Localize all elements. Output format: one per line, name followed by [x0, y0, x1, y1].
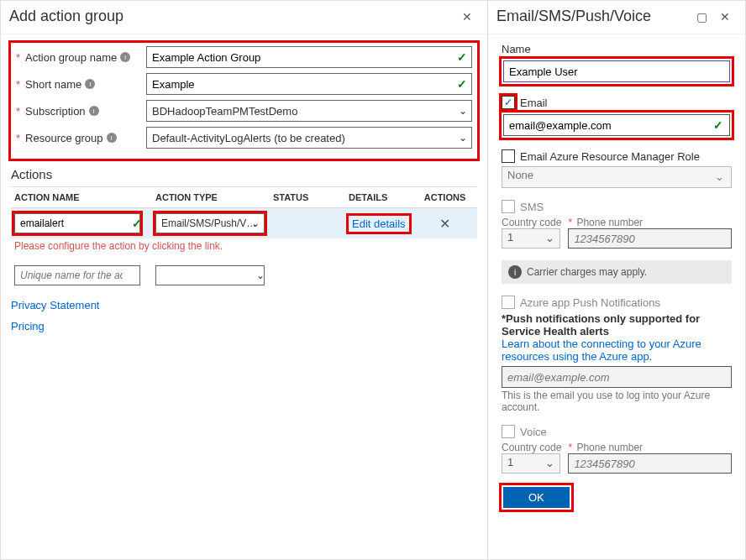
row-subscription: *Subscription i BDHadoopTeamPMTestDemo ⌄: [16, 100, 472, 122]
left-title: Add action group: [9, 8, 452, 25]
arm-role-select[interactable]: None ⌄: [502, 166, 732, 188]
label-action-group-name: Action group name: [25, 51, 117, 64]
chevron-down-icon: ⌄: [545, 457, 554, 469]
push-section: Azure app Push Notifications *Push notif…: [502, 296, 732, 413]
remove-action-icon[interactable]: ✕: [416, 216, 474, 232]
email-label: Email: [520, 97, 548, 109]
row-action-group-name: *Action group name i ✓: [16, 46, 472, 68]
privacy-link[interactable]: Privacy Statement: [11, 299, 477, 311]
action-type-select[interactable]: Email/SMS/Push/V…: [155, 213, 265, 233]
col-details: DETAILS: [349, 192, 416, 202]
right-title: Email/SMS/Push/Voice: [496, 8, 686, 25]
action-error-text: Please configure the action by clicking …: [14, 240, 477, 252]
info-icon: i: [508, 265, 522, 279]
resource-group-select[interactable]: Default-ActivityLogAlerts (to be created…: [146, 127, 472, 149]
app-root: Add action group ✕ *Action group name i …: [0, 0, 746, 560]
col-name: ACTION NAME: [14, 192, 149, 202]
push-hint: This is the email you use to log into yo…: [502, 390, 732, 413]
carrier-note: i Carrier charges may apply.: [502, 260, 732, 284]
chevron-down-icon: ⌄: [545, 232, 554, 244]
left-body: *Action group name i ✓ *Short name i ✓ *…: [1, 34, 487, 341]
sms-country-select[interactable]: 1⌄: [502, 228, 560, 249]
close-icon[interactable]: ✕: [717, 8, 733, 25]
push-checkbox[interactable]: [502, 296, 515, 309]
sms-checkbox[interactable]: [502, 200, 515, 213]
new-action-name-input[interactable]: [14, 265, 140, 285]
info-icon[interactable]: i: [89, 106, 99, 116]
row-resource-group: *Resource group i Default-ActivityLogAle…: [16, 127, 472, 149]
sms-phone-label: Phone number: [576, 217, 643, 228]
edit-details-link[interactable]: Edit details: [349, 216, 409, 232]
sms-phone-input[interactable]: [568, 228, 732, 249]
action-group-name-input[interactable]: [146, 46, 472, 68]
push-learn-link[interactable]: Learn about the connecting to your Azure…: [502, 338, 732, 363]
info-icon[interactable]: i: [120, 52, 130, 62]
right-header: Email/SMS/Push/Voice ▢ ✕: [488, 1, 745, 34]
sms-section: SMS Country code 1⌄ * Phone number: [502, 200, 732, 249]
label-short-name: Short name: [25, 78, 81, 91]
actions-table: ACTION NAME ACTION TYPE STATUS DETAILS A…: [11, 186, 477, 290]
email-section: ✓ Email ✓: [502, 96, 732, 138]
action-type-value: Email/SMS/Push/V…: [161, 217, 256, 229]
actions-table-header: ACTION NAME ACTION TYPE STATUS DETAILS A…: [11, 186, 477, 208]
row-short-name: *Short name i ✓: [16, 73, 472, 95]
subscription-select[interactable]: BDHadoopTeamPMTestDemo: [146, 100, 472, 122]
new-action-type-select[interactable]: [155, 265, 265, 285]
action-name-input[interactable]: [14, 213, 140, 233]
arm-role-label: Email Azure Resource Manager Role: [520, 150, 700, 163]
arm-role-checkbox[interactable]: [502, 149, 515, 163]
voice-section: Voice Country code 1⌄ * Phone number: [502, 425, 732, 474]
right-body: Name ✓ Email ✓ Email Azure Resourc: [488, 34, 745, 523]
resource-group-value: Default-ActivityLogAlerts (to be created…: [152, 132, 345, 144]
sms-country-label: Country code: [502, 217, 561, 228]
add-action-group-pane: Add action group ✕ *Action group name i …: [1, 1, 488, 559]
name-input[interactable]: [503, 60, 730, 82]
voice-country-select[interactable]: 1⌄: [502, 453, 560, 474]
voice-country-label: Country code: [502, 442, 561, 453]
action-row-new: ⌄: [11, 260, 477, 290]
subscription-value: BDHadoopTeamPMTestDemo: [152, 105, 297, 118]
name-label: Name: [502, 43, 732, 55]
label-resource-group: Resource group: [25, 132, 103, 144]
voice-checkbox[interactable]: [502, 425, 515, 438]
left-header: Add action group ✕: [1, 1, 487, 34]
col-status: STATUS: [273, 192, 349, 202]
email-checkbox[interactable]: ✓: [502, 96, 515, 109]
close-icon[interactable]: ✕: [459, 8, 475, 25]
chevron-down-icon: ⌄: [715, 170, 724, 183]
ok-button[interactable]: OK: [503, 487, 570, 508]
push-email-input[interactable]: [502, 366, 732, 388]
email-sms-push-voice-pane: Email/SMS/Push/Voice ▢ ✕ Name ✓ Email ✓: [488, 1, 745, 559]
email-input[interactable]: [503, 114, 730, 136]
push-label: Azure app Push Notifications: [520, 296, 660, 309]
carrier-note-text: Carrier charges may apply.: [527, 266, 647, 278]
arm-role-section: Email Azure Resource Manager Role None ⌄: [502, 149, 732, 188]
label-subscription: Subscription: [25, 105, 86, 118]
name-section: Name: [502, 43, 732, 84]
push-bold-note: *Push notifications only supported for S…: [502, 312, 732, 338]
col-actions: ACTIONS: [416, 192, 474, 202]
sms-label: SMS: [520, 201, 544, 213]
voice-phone-label: Phone number: [576, 442, 643, 453]
short-name-input[interactable]: [146, 73, 472, 95]
maximize-icon[interactable]: ▢: [693, 8, 710, 25]
pricing-link[interactable]: Pricing: [11, 320, 477, 332]
actions-heading: Actions: [11, 167, 477, 181]
voice-phone-input[interactable]: [568, 453, 732, 474]
voice-label: Voice: [520, 426, 547, 438]
col-type: ACTION TYPE: [155, 192, 273, 202]
action-row-1: ✓ Email/SMS/Push/V… ⌄ Edit details: [11, 208, 477, 238]
form-fields-group: *Action group name i ✓ *Short name i ✓ *…: [11, 43, 477, 159]
info-icon[interactable]: i: [85, 79, 95, 89]
info-icon[interactable]: i: [107, 133, 117, 143]
arm-role-value: None: [507, 169, 533, 181]
